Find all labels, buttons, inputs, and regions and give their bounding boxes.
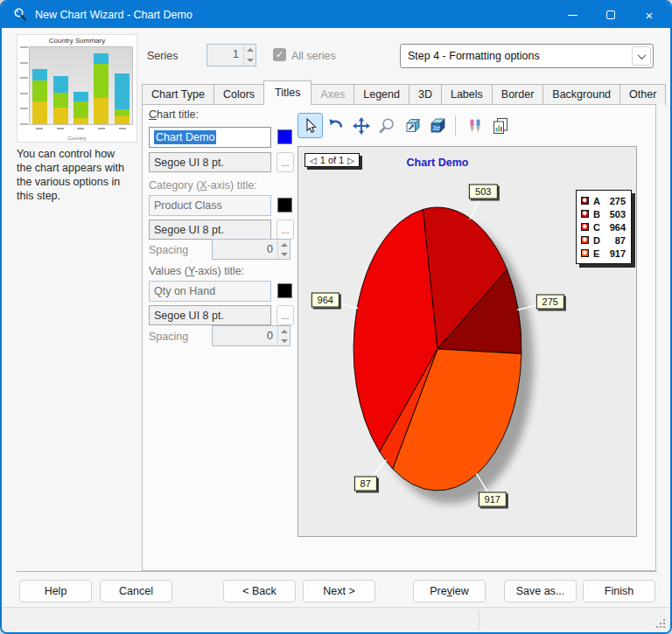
status-separator xyxy=(479,610,480,631)
tab-background[interactable]: Background xyxy=(542,84,620,105)
finish-button[interactable]: Finish xyxy=(583,580,655,603)
data-label-C: 964 xyxy=(312,292,340,307)
values-spacing-value: 0 xyxy=(213,326,277,345)
wizard-thumbnail-chart: Country Summary Country xyxy=(17,34,137,143)
move-icon xyxy=(353,117,370,135)
thumbnail-y-ticks xyxy=(20,46,28,125)
category-spacing-value: 0 xyxy=(213,240,277,259)
tab-legend[interactable]: Legend xyxy=(354,84,410,105)
step-description: You can control how the chart appears wi… xyxy=(17,147,144,203)
thumbnail-bar xyxy=(115,73,130,124)
category-spacing-spinner[interactable]: 0 xyxy=(212,239,290,260)
legend-swatch-icon xyxy=(581,249,589,257)
tab-chart-type[interactable]: Chart Type xyxy=(142,84,214,105)
values-spacing-down[interactable] xyxy=(278,336,290,345)
back-button[interactable]: < Back xyxy=(223,580,296,603)
paint-tools-icon xyxy=(466,117,484,135)
values-title-label: Values (Y-axis) title: xyxy=(149,265,244,277)
thumbnail-plot xyxy=(29,46,133,125)
title-bar: New Chart Wizard - Chart Demo × xyxy=(2,2,670,28)
tab-strip: Chart Type Colors Titles Axes Legend 3D … xyxy=(142,82,665,105)
data-label-A: 275 xyxy=(536,295,564,310)
magnifier-app-icon xyxy=(12,7,28,23)
chart-title-input[interactable]: Chart Demo xyxy=(149,127,271,148)
values-font-more-button[interactable]: ... xyxy=(276,305,294,325)
tab-colors[interactable]: Colors xyxy=(214,84,264,105)
maximize-button[interactable] xyxy=(592,2,630,28)
legend-swatch-icon xyxy=(581,210,589,218)
maximize-icon xyxy=(606,10,615,19)
minimize-button[interactable] xyxy=(553,2,592,28)
zoom-icon xyxy=(378,117,396,135)
zoom-tool-button[interactable] xyxy=(374,113,399,138)
toolbar-separator xyxy=(455,115,456,136)
cancel-button[interactable]: Cancel xyxy=(100,580,172,603)
legend-swatch-icon xyxy=(581,236,589,244)
next-button[interactable]: Next > xyxy=(303,580,375,603)
pointer-tool-button[interactable] xyxy=(298,113,323,138)
chevron-down-icon xyxy=(632,46,651,66)
all-series-checkbox[interactable]: ✓ xyxy=(273,48,286,61)
properties-tool-button[interactable] xyxy=(462,113,487,138)
category-font-field[interactable]: Segoe UI 8 pt. xyxy=(149,219,271,240)
close-button[interactable]: × xyxy=(630,2,668,28)
series-value: 1 xyxy=(207,45,243,66)
close-icon: × xyxy=(646,9,654,22)
legend-item-E: E917 xyxy=(581,247,626,260)
chart-title-color-swatch[interactable] xyxy=(277,129,292,144)
chart-title-label: Chart title: xyxy=(149,108,199,121)
tab-border[interactable]: Border xyxy=(492,84,544,105)
series-spin-down[interactable] xyxy=(244,55,256,66)
values-spacing-spinner[interactable]: 0 xyxy=(212,325,290,346)
wizard-step-value: Step 4 - Formatting options xyxy=(401,50,632,62)
save-as-button[interactable]: Save as... xyxy=(504,580,577,603)
data-label-E: 917 xyxy=(479,492,507,507)
rotate-tool-button[interactable] xyxy=(323,113,348,138)
tab-other[interactable]: Other xyxy=(620,84,666,105)
wizard-step-dropdown[interactable]: Step 4 - Formatting options xyxy=(400,44,654,68)
move-tool-button[interactable] xyxy=(348,113,374,138)
category-title-label: Category (X-axis) title: xyxy=(149,179,257,192)
tab-axes[interactable]: Axes xyxy=(311,84,354,105)
legend-item-D: D87 xyxy=(581,233,626,247)
help-button[interactable]: Help xyxy=(19,580,92,603)
chart-title-font-more-button[interactable]: ... xyxy=(276,152,294,172)
preview-toolbar: 3d xyxy=(298,113,513,138)
category-spacing-up[interactable] xyxy=(278,240,290,249)
thumbnail-bar xyxy=(74,92,88,124)
tab-labels[interactable]: Labels xyxy=(441,84,493,105)
preview-button[interactable]: Preview xyxy=(413,580,486,603)
tab-3d[interactable]: 3D xyxy=(409,84,442,105)
legend-swatch-icon xyxy=(581,197,589,205)
category-color-swatch[interactable] xyxy=(277,198,292,212)
tab-titles[interactable]: Titles xyxy=(263,80,312,105)
series-spin-up[interactable] xyxy=(244,45,256,55)
gallery-tool-button[interactable] xyxy=(487,113,513,138)
rotate-icon xyxy=(327,117,345,135)
resize-grip[interactable] xyxy=(656,619,665,628)
thumbnail-x-label: Country xyxy=(18,136,136,141)
minimize-icon xyxy=(568,15,578,16)
chart-gallery-icon xyxy=(492,117,509,135)
legend-item-C: C964 xyxy=(581,220,626,233)
values-spacing-up[interactable] xyxy=(278,326,290,336)
thumbnail-bar xyxy=(94,53,108,124)
thumbnail-bar xyxy=(32,69,47,124)
preview-chart-title: Chart Demo xyxy=(298,157,577,169)
values-spacing-label: Spacing xyxy=(149,331,188,343)
category-spacing-down[interactable] xyxy=(278,249,290,259)
legend-swatch-icon xyxy=(581,223,589,231)
3d-tool-button[interactable]: 3d xyxy=(424,113,450,138)
values-font-field[interactable]: Segoe UI 8 pt. xyxy=(149,305,271,325)
category-title-input[interactable]: Product Class xyxy=(149,195,271,216)
thumbnail-x-ticks xyxy=(29,128,133,129)
values-color-swatch[interactable] xyxy=(277,283,292,298)
values-title-input[interactable]: Qty on Hand xyxy=(149,281,271,302)
category-font-more-button[interactable]: ... xyxy=(276,219,294,240)
thumbnail-title: Country Summary xyxy=(18,37,136,45)
series-spinner[interactable]: 1 xyxy=(206,44,256,66)
series-label: Series xyxy=(147,50,178,62)
chart-title-font-field[interactable]: Segoe UI 8 pt. xyxy=(149,152,271,172)
depth-tool-button[interactable] xyxy=(399,113,424,138)
legend-item-B: B503 xyxy=(581,207,626,220)
